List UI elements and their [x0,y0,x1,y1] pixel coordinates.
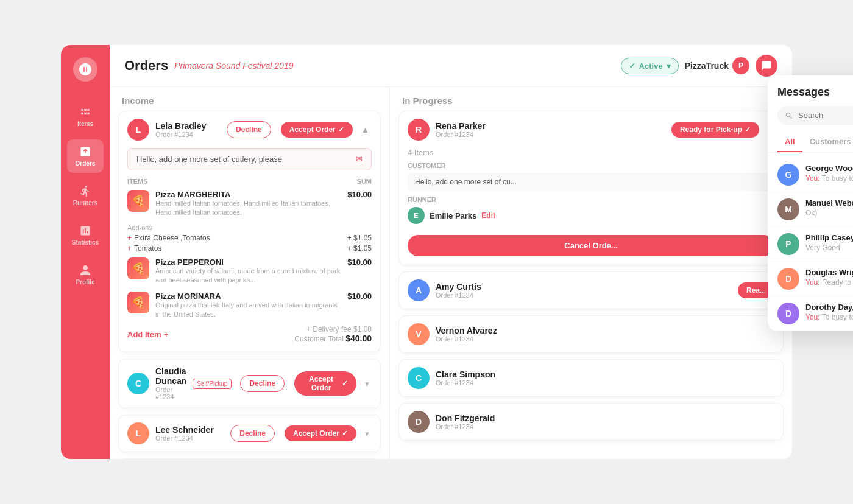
claudia-decline-button[interactable]: Decline [240,375,285,392]
inprogress-list: R Rena Parker Order #1234 Ready for Pick… [390,111,792,459]
phillip-avatar: P [777,233,799,255]
edit-runner-button[interactable]: Edit [481,211,495,220]
runner-section: Runner E Emilie Parks Edit [408,196,774,224]
vernon-progress-card: V Vernon Alvarez Order #1234 [398,315,784,353]
claudia-avatar: C [127,373,149,394]
msg-item-douglas[interactable]: D Douglas Wright, #1234 You: Ready to pi… [768,262,853,296]
claudia-order-header: C Claudia Duncan Order #1234 Self/Pickup… [119,359,380,408]
items-sum-header: Items Sum [127,178,372,185]
runner-avatar: E [408,207,425,224]
lela-info: Lela Bradley Order #1234 [155,121,221,138]
vernon-info: Vernon Alvarez Order #1234 [436,326,774,343]
pizza-truck-label: PizzaTruck [685,61,729,71]
douglas-avatar: D [777,268,799,290]
amy-progress-header: A Amy Curtis Order #1234 Rea... [399,272,783,309]
app-header: Orders Primavera Sound Festival 2019 ✓ A… [110,45,792,87]
claudia-chevron-button[interactable]: ▾ [363,377,372,391]
pizza-morinara-details: Pizza MORINARA Original pizza that left … [155,292,341,320]
vernon-avatar: V [408,323,430,345]
clara-progress-card: C Clara Simpson Order #1234 [398,359,784,397]
sidebar-label-orders: Orders [76,160,96,167]
lee-chevron-button[interactable]: ▾ [363,427,372,441]
clara-avatar: C [408,367,430,389]
dorothy-avatar: D [777,303,799,324]
pizza-truck-info: PizzaTruck P [685,57,749,74]
messages-panel: Messages ✕ All Customers Runners G G [768,75,853,331]
clara-progress-header: C Clara Simpson Order #1234 [399,360,783,396]
manuel-preview: Ok) [805,209,853,217]
rena-info: Rena Parker Order #1234 [436,121,665,138]
sidebar-item-statistics[interactable]: Statistics [67,219,104,252]
pizza-margherita-row: 🍕 Pizza MARGHERITA Hand milled Italian t… [127,190,372,218]
add-item-row: Add Item + + Delivery fee $1.00 Customer… [127,325,372,343]
lee-info: Lee Schneider Order #1234 [155,425,224,442]
ready-pickup-button[interactable]: Ready for Pick-up ✓ [671,122,759,138]
mail-icon: ✉ [356,155,363,164]
pizza-morinara-thumb: 🍕 [127,292,149,313]
msg-item-manuel[interactable]: M Manuel Weber, Runner Ok) [768,192,853,227]
active-label: Active [639,61,663,71]
george-preview: You: To busy to Deliver [805,174,853,183]
tab-customers[interactable]: Customers [802,132,853,152]
don-progress-header: D Don Fitzgerald Order #1234 [399,404,783,440]
sidebar-item-orders[interactable]: Orders [67,139,104,173]
lela-accept-button[interactable]: Accept Order ✓ [281,122,353,138]
pizza-margherita-thumb: 🍕 [127,190,149,212]
msg-item-george[interactable]: G George Woods, #1234 4 You: To busy to … [768,158,853,192]
rena-expanded-content: 4 Items Customer Hello, add one more set… [399,148,783,265]
sidebar-label-items: Items [77,121,93,127]
sidebar-item-items[interactable]: Items [67,100,104,133]
lee-order-header: L Lee Schneider Order #1234 Decline Acce… [119,415,380,452]
self-pickup-badge: Self/Pickup [193,379,232,389]
addon-row-cheese: +Extra Cheese ,Tomatos + $1.05 [127,234,372,242]
clara-info: Clara Simpson Order #1234 [436,369,774,387]
vernon-progress-header: V Vernon Alvarez Order #1234 [399,316,783,352]
rena-progress-header: R Rena Parker Order #1234 Ready for Pick… [399,111,783,148]
pizza-morinara-row: 🍕 Pizza MORINARA Original pizza that lef… [127,292,372,320]
lela-decline-button[interactable]: Decline [227,121,271,138]
manuel-avatar: M [777,198,799,220]
manuel-msg-body: Manuel Weber, Runner Ok) [805,198,853,217]
msg-item-phillip[interactable]: P Phillip Casey, Runner Very Good [768,227,853,262]
pizza-pepperoni-details: Pizza PEPPERONI American variety of sala… [155,257,341,285]
messages-list: G George Woods, #1234 4 You: To busy to … [768,158,853,331]
messages-icon-button[interactable] [756,55,777,77]
lela-order-num: Order #1234 [155,131,221,138]
lee-avatar: L [127,422,149,444]
sidebar-label-profile: Profile [76,279,94,285]
phillip-msg-body: Phillip Casey, Runner Very Good [805,233,853,252]
addon-row-tomatos: +Tomatos + $1.05 [127,244,372,253]
lela-name: Lela Bradley [155,121,221,131]
add-item-button[interactable]: Add Item + [127,330,168,339]
sidebar-item-runners[interactable]: Runners [67,179,104,212]
msg-item-dorothy[interactable]: D Dorothy Day, #1234 1 You: To busy to D… [768,296,853,331]
messages-title: Messages [777,86,830,99]
check-icon: ✓ [629,61,635,71]
lee-accept-button[interactable]: Accept Order ✓ [285,425,356,441]
george-avatar: G [777,164,799,186]
lee-decline-button[interactable]: Decline [230,425,275,442]
lela-chevron-button[interactable]: ▲ [359,123,372,137]
customer-section: Customer Hello, add one more set of cu..… [408,162,774,191]
chevron-down-icon: ▾ [667,61,671,71]
sidebar-item-profile[interactable]: Profile [67,258,104,292]
expanded-order-card: L Lela Bradley Order #1234 Decline Accep… [118,111,381,352]
inprogress-column: In Progress R Rena Parker Order #1234 [390,87,792,459]
active-badge[interactable]: ✓ Active ▾ [621,58,679,74]
rena-progress-card: R Rena Parker Order #1234 Ready for Pick… [398,111,784,265]
messages-search-input[interactable] [798,111,853,120]
claudia-accept-button[interactable]: Accept Order ✓ [294,371,356,396]
tab-all[interactable]: All [777,132,802,152]
clyde-order-card: C Clyde Townsend Order #1234 Decline Acc… [118,458,381,459]
income-column: Income L Lela Bradley Order #1234 [110,87,390,459]
cancel-order-button[interactable]: Cancel Orde... [408,235,774,256]
pizza-pepperoni-thumb: 🍕 [127,257,149,279]
douglas-msg-body: Douglas Wright, #1234 You: Ready to pick… [805,268,853,287]
dorothy-preview: You: To busy to Deliver [805,313,853,321]
page-subtitle: Primavera Sound Festival 2019 [174,61,293,71]
search-icon [785,111,793,120]
sidebar-logo [73,57,97,82]
claudia-order-card: C Claudia Duncan Order #1234 Self/Pickup… [118,359,381,408]
order-totals: + Delivery fee $1.00 Customer Total $40.… [294,325,372,343]
sidebar-label-runners: Runners [73,200,98,206]
